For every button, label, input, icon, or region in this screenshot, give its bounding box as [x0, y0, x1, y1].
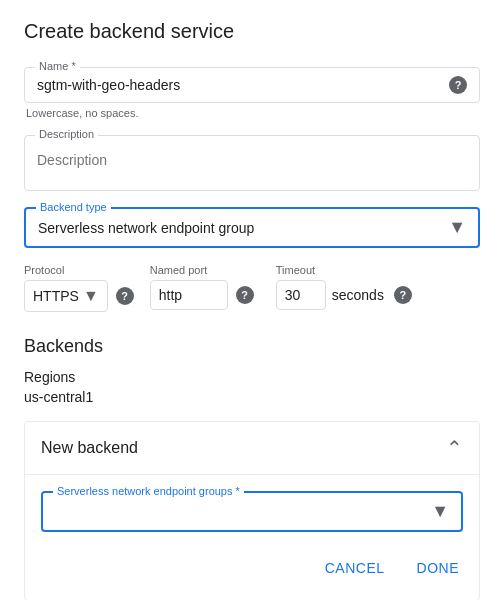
protocol-value: HTTPS	[33, 288, 79, 304]
regions-label: Regions	[24, 369, 480, 385]
named-port-input-wrapper	[150, 280, 228, 310]
name-input-wrapper: Name * ?	[24, 67, 480, 103]
timeout-input[interactable]	[276, 280, 326, 310]
description-input[interactable]	[37, 144, 467, 168]
protocol-help-icon[interactable]: ?	[116, 287, 134, 305]
timeout-help-icon[interactable]: ?	[394, 286, 412, 304]
name-help-icon[interactable]: ?	[449, 76, 467, 94]
description-label: Description	[35, 128, 98, 140]
timeout-label: Timeout	[276, 264, 412, 276]
backends-title: Backends	[24, 336, 480, 357]
named-port-label: Named port	[150, 264, 260, 276]
action-row: CANCEL DONE	[41, 548, 463, 584]
expand-icon[interactable]: ⌃	[446, 436, 463, 460]
regions-value: us-central1	[24, 389, 480, 405]
timeout-field: Timeout seconds ?	[276, 264, 412, 310]
backend-type-label: Backend type	[36, 201, 111, 213]
named-port-field: Named port ?	[150, 264, 260, 310]
neg-select-row[interactable]: ▼	[55, 501, 449, 522]
backends-section: Backends Regions us-central1	[24, 336, 480, 405]
named-port-help-icon[interactable]: ?	[236, 286, 254, 304]
name-label: Name *	[35, 60, 80, 72]
new-backend-card: New backend ⌃ Serverless network endpoin…	[24, 421, 480, 600]
name-input[interactable]	[37, 77, 445, 93]
backend-type-wrapper: Backend type Serverless network endpoint…	[24, 207, 480, 248]
neg-field-wrapper: Serverless network endpoint groups * ▼	[41, 491, 463, 532]
seconds-label: seconds	[332, 287, 384, 303]
name-hint: Lowercase, no spaces.	[24, 107, 480, 119]
protocol-field: Protocol HTTPS ▼ ?	[24, 264, 134, 312]
neg-label: Serverless network endpoint groups *	[53, 485, 244, 497]
done-button[interactable]: DONE	[413, 552, 463, 584]
page-container: Create backend service Name * ? Lowercas…	[0, 0, 504, 600]
description-field: Description	[24, 135, 480, 191]
timeout-row: seconds ?	[276, 280, 412, 310]
new-backend-title: New backend	[41, 439, 138, 457]
cancel-button[interactable]: CANCEL	[321, 552, 389, 584]
protocol-label: Protocol	[24, 264, 134, 276]
new-backend-header[interactable]: New backend ⌃	[25, 422, 479, 474]
named-port-input[interactable]	[159, 287, 219, 303]
name-field: Name * ? Lowercase, no spaces.	[24, 67, 480, 119]
description-wrapper: Description	[24, 135, 480, 191]
protocol-chevron-icon[interactable]: ▼	[83, 287, 99, 305]
new-backend-body: Serverless network endpoint groups * ▼ C…	[25, 474, 479, 600]
protocol-select[interactable]: HTTPS ▼	[24, 280, 108, 312]
neg-chevron-icon[interactable]: ▼	[431, 501, 449, 522]
backend-type-value: Serverless network endpoint group	[38, 220, 254, 236]
row-fields: Protocol HTTPS ▼ ? Named port ? Timeout	[24, 264, 480, 312]
backend-type-chevron-icon[interactable]: ▼	[448, 217, 466, 238]
backend-type-select-row[interactable]: Serverless network endpoint group ▼	[38, 217, 466, 238]
page-title: Create backend service	[24, 20, 480, 43]
